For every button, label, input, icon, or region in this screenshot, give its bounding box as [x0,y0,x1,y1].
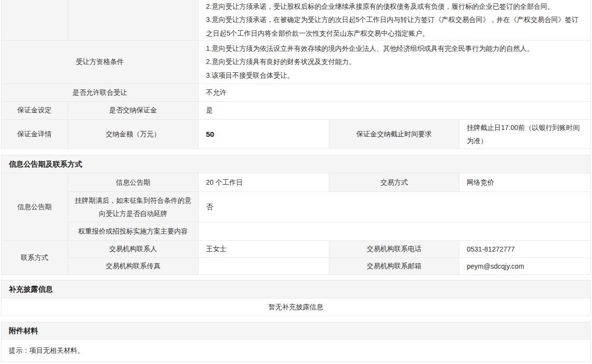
qualification-label: 受让方资格条件 [1,41,199,84]
contact-email-value: peym@sdcqjy.com [459,258,590,275]
group-cell-empty [1,0,68,41]
deposit-setting-group: 保证金设定 [1,102,68,120]
trade-method-label: 交易方式 [329,173,459,192]
auto-extend-label: 挂牌期满后，如未征集到符合条件的意向受让方是否自动延牌 [68,192,199,222]
announcement-period-group: 信息公告期 [1,173,68,241]
section-gap [1,149,591,155]
trade-method-value: 网络竞价 [459,173,590,192]
label-cell-empty [68,0,199,41]
announcement-period-value: 20 个工作日 [199,173,329,192]
deposit-deadline-value: 挂牌截止日17:00前（以银行到账时间为准） [459,120,590,149]
contact-person-value: 王女士 [199,241,329,258]
listing-detail-page: 2.意向受让方须承诺，受让股权后标的企业继续承接原有的债权债务及或有负债，履行标… [1,0,591,362]
announcement-table: 信息公告期 信息公告期 20 个工作日 交易方式 网络竞价 挂牌期满后，如未征集… [1,173,590,275]
section-gap [1,275,591,280]
joint-transfer-label: 是否允许联合受让 [1,84,199,102]
qualification-item-3: 3.该项目不接受联合体受让。 [206,69,583,83]
attachments-hint-text: 提示：项目无相关材料。 [1,340,590,362]
announcement-period-label: 信息公告期 [68,173,199,192]
supplement-section: 补充披露信息 暂无补充披露信息 [1,280,591,316]
auto-extend-value: 否 [199,192,590,222]
announcement-section: 信息公告期及联系方式 信息公告期 信息公告期 20 个工作日 交易方式 网络竞价… [1,155,591,275]
supplement-empty-text: 暂无补充披露信息 [1,299,590,316]
contact-phone-value: 0531-81272777 [459,241,590,258]
contact-group: 联系方式 [1,241,68,275]
attachments-section: 附件材料 提示：项目无相关材料。 [1,322,591,362]
deposit-amount-value: 50 [199,120,329,149]
deposit-amount-label: 交纳金额（万元） [68,120,199,149]
contact-person-label: 交易机构联系人 [68,241,199,258]
bid-plan-label: 权重报价或招投标实施方案主要内容 [68,222,199,241]
deposit-required-label: 是否交纳保证金 [68,102,199,120]
joint-transfer-value: 不允许 [199,84,590,102]
transferee-commitments-value: 2.意向受让方须承诺，受让股权后标的企业继续承接原有的债权债务及或有负债，履行标… [199,0,590,41]
section-gap [1,316,591,322]
contact-email-label: 交易机构联系邮箱 [329,258,459,275]
deposit-amount-number: 50 [206,130,214,138]
supplement-section-title: 补充披露信息 [1,280,590,299]
contact-phone-label: 交易机构联系电话 [329,241,459,258]
attachments-section-title: 附件材料 [1,322,590,340]
qualification-item-2: 2.意向受让方须具有良好的财务状况及支付能力。 [206,55,583,69]
contact-fax-label: 交易机构联系传真 [68,258,199,275]
qualification-item-1: 1.意向受让方须为依法设立并有效存续的境内外企业法人、其他经济组织或具有完全民事… [206,42,583,56]
announcement-section-title: 信息公告期及联系方式 [1,155,590,173]
commitment-item-3: 3.意向受让方须承诺，在被确定为受让方的次日起5个工作日内与转让方签订《产权交易… [206,13,583,40]
contact-fax-value [199,258,329,275]
deposit-detail-group: 保证金详情 [1,120,68,149]
deposit-required-value: 是 [199,102,590,120]
deposit-deadline-label: 保证金交纳截止时间要求 [329,120,459,149]
commitment-item-2: 2.意向受让方须承诺，受让股权后标的企业继续承接原有的债权债务及或有负债，履行标… [206,0,583,13]
qualification-value: 1.意向受让方须为依法设立并有效存续的境内外企业法人、其他经济组织或具有完全民事… [199,41,590,84]
conditions-table: 2.意向受让方须承诺，受让股权后标的企业继续承接原有的债权债务及或有负债，履行标… [1,0,591,149]
bid-plan-value [199,222,590,241]
